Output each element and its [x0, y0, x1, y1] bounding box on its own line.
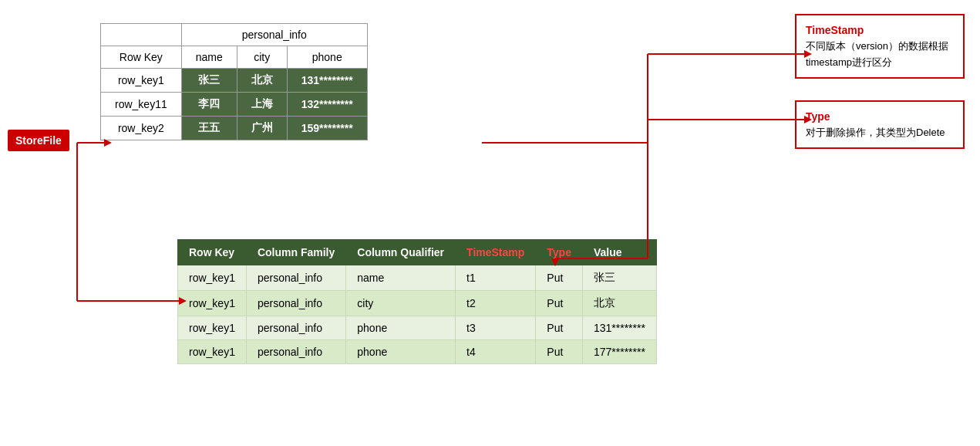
table-row: row_key1 personal_info phone t4 Put 177*…: [178, 340, 657, 364]
type-annotation-body: 对于删除操作，其类型为Delete: [806, 125, 954, 141]
detail-type-0: Put: [536, 265, 583, 291]
empty-header: [101, 24, 182, 46]
detail-value-3: 177********: [582, 340, 656, 364]
row-key-1: row_key1: [101, 69, 182, 93]
detail-rowkey-3: row_key1: [178, 340, 247, 364]
detail-colfamily-0: personal_info: [246, 265, 345, 291]
detail-rowkey-2: row_key1: [178, 316, 247, 340]
name-11: 李四: [181, 93, 237, 117]
detail-value-0: 张三: [582, 265, 656, 291]
detail-timestamp-3: t4: [456, 340, 536, 364]
detail-timestamp-header: TimeStamp: [456, 240, 536, 265]
detail-header-row: Row Key Column Family Column Qualifier T…: [178, 240, 657, 265]
row-key-2: row_key2: [101, 117, 182, 140]
detail-colfamily-header: Column Family: [246, 240, 345, 265]
timestamp-annotation: TimeStamp 不同版本（version）的数据根据timestamp进行区…: [795, 14, 965, 79]
detail-colfamily-1: personal_info: [246, 291, 345, 316]
detail-rowkey-0: row_key1: [178, 265, 247, 291]
name-1: 张三: [181, 69, 237, 93]
detail-colqualifier-3: phone: [346, 340, 456, 364]
detail-timestamp-2: t3: [456, 316, 536, 340]
detail-colfamily-3: personal_info: [246, 340, 345, 364]
table-row: row_key1 张三 北京 131********: [101, 69, 368, 93]
detail-colqualifier-2: phone: [346, 316, 456, 340]
type-annotation: Type 对于删除操作，其类型为Delete: [795, 100, 965, 149]
detail-rowkey-header: Row Key: [178, 240, 247, 265]
table-row: row_key1 personal_info city t2 Put 北京: [178, 291, 657, 316]
detail-type-header: Type: [536, 240, 583, 265]
top-table-section: personal_info Row Key name city phone ro…: [100, 23, 368, 140]
detail-colqualifier-header: Column Qualifier: [346, 240, 456, 265]
table-row: row_key1 personal_info name t1 Put 张三: [178, 265, 657, 291]
storefile-label: StoreFile: [8, 130, 69, 151]
detail-value-1: 北京: [582, 291, 656, 316]
phone-col-header: phone: [287, 46, 367, 69]
detail-value-2: 131********: [582, 316, 656, 340]
city-11: 上海: [237, 93, 287, 117]
rowkey-col-header: Row Key: [101, 46, 182, 69]
family-header-row: personal_info: [101, 24, 368, 46]
row-key-11: row_key11: [101, 93, 182, 117]
timestamp-annotation-title: TimeStamp: [806, 22, 954, 39]
detail-colfamily-2: personal_info: [246, 316, 345, 340]
detail-timestamp-0: t1: [456, 265, 536, 291]
detail-type-1: Put: [536, 291, 583, 316]
type-annotation-title: Type: [806, 108, 954, 125]
hbase-table: personal_info Row Key name city phone ro…: [100, 23, 368, 140]
main-container: StoreFile personal_info Row Key name cit…: [0, 0, 980, 446]
city-2: 广州: [237, 117, 287, 140]
name-2: 王五: [181, 117, 237, 140]
city-1: 北京: [237, 69, 287, 93]
detail-type-3: Put: [536, 340, 583, 364]
detail-type-2: Put: [536, 316, 583, 340]
name-col-header: name: [181, 46, 237, 69]
city-col-header: city: [237, 46, 287, 69]
phone-11: 132********: [287, 93, 367, 117]
table-row: row_key2 王五 广州 159********: [101, 117, 368, 140]
column-header-row: Row Key name city phone: [101, 46, 368, 69]
detail-table-section: Row Key Column Family Column Qualifier T…: [177, 239, 657, 364]
detail-rowkey-1: row_key1: [178, 291, 247, 316]
detail-colqualifier-0: name: [346, 265, 456, 291]
detail-timestamp-1: t2: [456, 291, 536, 316]
family-header-cell: personal_info: [181, 24, 367, 46]
phone-1: 131********: [287, 69, 367, 93]
detail-value-header: Value: [582, 240, 656, 265]
phone-2: 159********: [287, 117, 367, 140]
timestamp-annotation-body: 不同版本（version）的数据根据timestamp进行区分: [806, 39, 954, 71]
detail-table: Row Key Column Family Column Qualifier T…: [177, 239, 657, 364]
table-row: row_key1 personal_info phone t3 Put 131*…: [178, 316, 657, 340]
detail-colqualifier-1: city: [346, 291, 456, 316]
table-row: row_key11 李四 上海 132********: [101, 93, 368, 117]
